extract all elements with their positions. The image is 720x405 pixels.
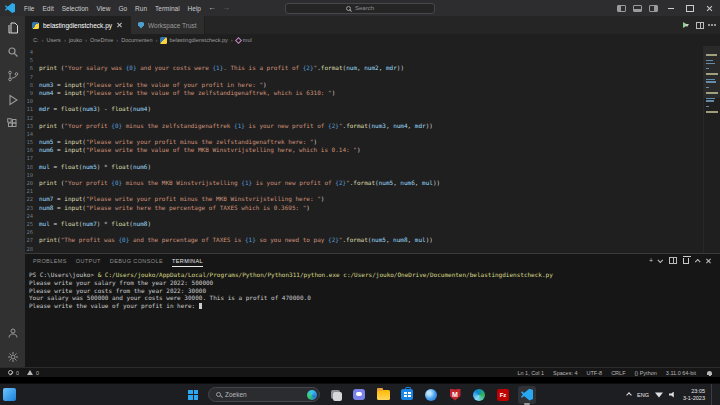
- line-number: 8: [25, 81, 39, 89]
- breadcrumb-item[interactable]: Documenten: [121, 37, 152, 43]
- tab-belastingdienstcheck[interactable]: belastingdienstcheck.py: [25, 16, 131, 34]
- settings-gear-icon[interactable]: [6, 350, 19, 363]
- taskbar-icon-widgets[interactable]: [422, 386, 440, 404]
- line-number: 12: [25, 114, 39, 122]
- taskbar-icon-task-view[interactable]: [326, 386, 344, 404]
- python-file-icon: [32, 22, 39, 29]
- code-line: 12: [25, 114, 703, 122]
- menu-run[interactable]: Run: [131, 5, 151, 12]
- panel-tab-problems[interactable]: PROBLEMS: [33, 254, 67, 267]
- breadcrumb-item[interactable]: OneDrive: [90, 37, 113, 43]
- menu-view[interactable]: View: [92, 5, 114, 12]
- status-item--python[interactable]: {} Python: [635, 370, 657, 376]
- account-icon[interactable]: [6, 326, 19, 339]
- taskbar-icon-file-explorer[interactable]: [374, 386, 392, 404]
- taskbar-center: Zoeken MFz: [184, 384, 536, 405]
- line-number: 17: [25, 154, 39, 162]
- menu-help[interactable]: Help: [184, 5, 205, 12]
- search-activity-icon[interactable]: [6, 45, 19, 58]
- toggle-panel-icon[interactable]: [633, 5, 642, 12]
- panel-tab-debug-console[interactable]: DEBUG CONSOLE: [110, 254, 163, 267]
- notifications-bell-icon[interactable]: [707, 371, 712, 375]
- maximize-panel-icon[interactable]: [695, 258, 701, 264]
- menu-edit[interactable]: Edit: [38, 5, 57, 12]
- status-item-utf-8[interactable]: UTF-8: [587, 370, 603, 376]
- line-number: 15: [25, 138, 39, 146]
- explorer-icon[interactable]: [6, 21, 19, 34]
- close-tab-icon[interactable]: [116, 22, 123, 29]
- taskbar-icon-filezilla[interactable]: Fz: [494, 386, 512, 404]
- shield-icon: [138, 22, 144, 29]
- code-line: 16num6 = input("Please write the value o…: [25, 146, 703, 154]
- vscode-logo-icon: [5, 3, 15, 13]
- code-line: 14: [25, 130, 703, 138]
- taskbar-icon-teams-chat[interactable]: [350, 386, 368, 404]
- code-line: 25mul = float(num7) * float(num8): [25, 220, 703, 228]
- status-item-3-11-0-64-bit[interactable]: 3.11.0 64-bit: [666, 370, 696, 376]
- show-desktop-button[interactable]: [711, 384, 714, 405]
- minimize-button[interactable]: [665, 2, 677, 14]
- taskbar-icon-edge[interactable]: [470, 386, 488, 404]
- code-line: 11mdr = float(num3) - float(num4): [25, 105, 703, 113]
- run-debug-icon[interactable]: [6, 93, 19, 106]
- symbol-icon: [235, 36, 242, 43]
- start-button[interactable]: [184, 386, 202, 404]
- breadcrumb-item[interactable]: Users: [47, 37, 61, 43]
- close-panel-icon[interactable]: [705, 257, 712, 264]
- new-terminal-icon[interactable]: +: [649, 257, 653, 264]
- panel-tab-output[interactable]: OUTPUT: [76, 254, 101, 267]
- command-center[interactable]: Search: [285, 3, 435, 14]
- status-item-spaces-4[interactable]: Spaces: 4: [553, 370, 577, 376]
- run-python-file-icon[interactable]: [683, 22, 689, 28]
- search-icon: [346, 6, 351, 11]
- breadcrumb-separator: ›: [155, 37, 157, 43]
- clock[interactable]: 23:05 3-1-2023: [683, 388, 705, 401]
- split-terminal-icon[interactable]: [669, 257, 677, 264]
- menu-selection[interactable]: Selection: [58, 5, 93, 12]
- close-button[interactable]: [703, 2, 715, 14]
- more-actions-icon[interactable]: [711, 24, 713, 26]
- maximize-button[interactable]: [684, 2, 696, 14]
- taskbar-icon-vscode[interactable]: [518, 386, 536, 404]
- breadcrumb-item[interactable]: mul: [236, 37, 252, 43]
- wifi-icon[interactable]: [655, 392, 663, 398]
- date-label: 3-1-2023: [683, 395, 705, 402]
- problems-status[interactable]: 0 0: [8, 370, 39, 376]
- breadcrumb-item[interactable]: jouko: [69, 37, 82, 43]
- language-indicator[interactable]: ENG: [637, 392, 649, 398]
- minimap[interactable]: [703, 46, 720, 253]
- breadcrumb: C:›Users›jouko›OneDrive›Documenten›belas…: [25, 34, 720, 46]
- nav-back-icon[interactable]: ←: [205, 4, 219, 12]
- widgets-corner-icon[interactable]: [3, 388, 16, 401]
- terminal[interactable]: PS C:\Users\jouko> & C:/Users/jouko/AppD…: [25, 267, 720, 367]
- taskbar-search[interactable]: Zoeken: [208, 387, 320, 402]
- line-number: 23: [25, 204, 39, 212]
- toggle-sidebar-icon[interactable]: [617, 5, 626, 12]
- extensions-icon[interactable]: [6, 117, 19, 130]
- status-item-ln-1-col-1[interactable]: Ln 1, Col 1: [517, 370, 544, 376]
- split-editor-icon[interactable]: [696, 22, 704, 29]
- menu-terminal[interactable]: Terminal: [151, 5, 184, 12]
- breadcrumb-item[interactable]: C:: [33, 37, 39, 43]
- search-placeholder: Zoeken: [225, 391, 247, 398]
- taskbar-icon-microsoft-store[interactable]: [398, 386, 416, 404]
- menu-file[interactable]: File: [20, 5, 38, 12]
- status-item-crlf[interactable]: CRLF: [611, 370, 625, 376]
- volume-icon[interactable]: [669, 392, 677, 398]
- terminal-dropdown-icon[interactable]: [657, 257, 663, 263]
- toggle-secondary-sidebar-icon[interactable]: [649, 5, 658, 12]
- code-editor[interactable]: 456print ("Your salary was {0} and your …: [25, 46, 720, 253]
- line-number: 13: [25, 122, 39, 130]
- command-center-label: Search: [355, 5, 374, 11]
- panel-tab-terminal[interactable]: TERMINAL: [172, 254, 203, 267]
- code-line: 7: [25, 73, 703, 81]
- line-number: 22: [25, 195, 39, 203]
- tray-overflow-icon[interactable]: [626, 392, 632, 398]
- tab-workspace-trust[interactable]: Workspace Trust: [131, 16, 205, 34]
- taskbar-icon-mcafee[interactable]: M: [446, 386, 464, 404]
- kill-terminal-icon[interactable]: [683, 258, 689, 264]
- source-control-icon[interactable]: [6, 69, 19, 82]
- nav-forward-icon[interactable]: →: [219, 4, 233, 12]
- menu-go[interactable]: Go: [114, 5, 131, 12]
- breadcrumb-item[interactable]: belastingdienstcheck.py: [160, 37, 227, 44]
